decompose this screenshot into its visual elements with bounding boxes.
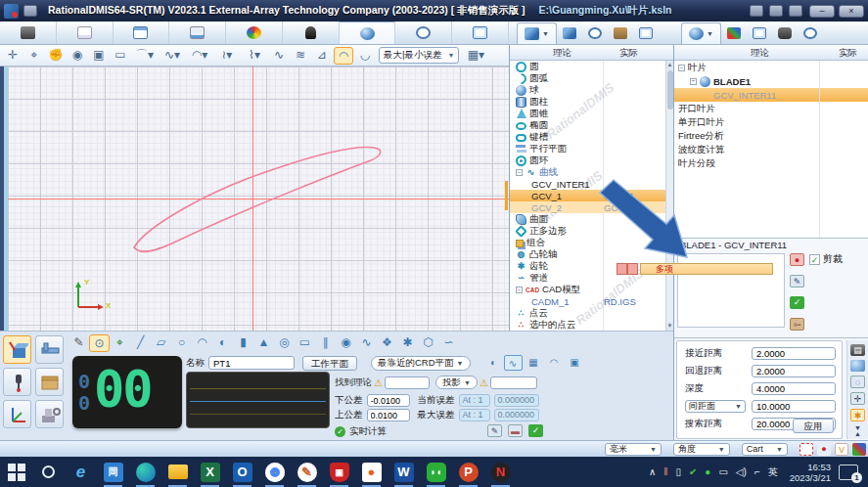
exit-icon[interactable]: ⇦ [790, 318, 804, 331]
cone-feature-icon[interactable]: ▲ [253, 334, 274, 352]
network-icon[interactable]: ⌐ [754, 466, 760, 477]
retract-distance-input[interactable] [752, 365, 836, 377]
select-box-icon[interactable]: ▣ [89, 47, 109, 65]
label-icon[interactable]: ▭ [111, 47, 130, 65]
search-button[interactable] [32, 457, 65, 487]
toolbox-button[interactable] [35, 368, 64, 396]
coordinate-feature-icon[interactable]: ⌖ [110, 334, 130, 352]
actual-column-header[interactable]: 实际 [619, 47, 638, 60]
ime-indicator[interactable]: 英 [768, 465, 778, 479]
controller-icon[interactable] [750, 5, 763, 17]
alarm-icon[interactable]: ● [817, 443, 831, 456]
wave-profile-1-icon[interactable]: ∿ [269, 47, 289, 65]
scan-curve-5-icon[interactable]: ⌇▾ [242, 47, 267, 65]
approach-distance-input[interactable] [752, 347, 836, 360]
tab-clock[interactable] [395, 22, 452, 44]
profile-view-icon[interactable]: ∿ [504, 355, 523, 371]
tree-item-cadm1[interactable]: CADM_1RD.IGS [510, 295, 665, 307]
tree-item-ellipse[interactable]: 椭圆 [510, 119, 665, 131]
tree-item-single-open-blade[interactable]: 单开口叶片 [674, 115, 868, 129]
table-view-icon[interactable]: ▦ [525, 355, 543, 371]
settings-gear-icon[interactable]: ✱ [850, 409, 865, 421]
tree-item-torus[interactable]: 圆环 [510, 155, 665, 166]
scroll-down-icon[interactable]: ▼ [666, 322, 673, 331]
plane-feature-icon[interactable]: ▱ [151, 334, 171, 352]
probe-button[interactable] [3, 368, 31, 396]
accept-icon[interactable]: ✓ [528, 424, 543, 437]
gear-feature-icon[interactable]: ✱ [397, 334, 418, 352]
tab-blade-sphere[interactable]: ▼ [681, 22, 721, 44]
tab-solid-cube[interactable]: ▼ [517, 22, 557, 44]
taskbar-explorer[interactable] [161, 457, 194, 487]
tab-print[interactable] [0, 22, 57, 44]
cylinder-feature-icon[interactable]: ▮ [233, 334, 253, 352]
feature-name-input[interactable] [208, 356, 295, 370]
probe-y-icon[interactable] [588, 27, 602, 39]
projection-dropdown[interactable]: 投影▼ [435, 376, 478, 389]
axes-icon[interactable] [727, 27, 741, 39]
theory-column-header[interactable]: 理论 [553, 47, 571, 60]
tab-ink[interactable] [283, 22, 340, 44]
tree-item-pointcloud-selected[interactable]: ∴选中的点云 [510, 319, 665, 331]
tree-item-blade-segment[interactable]: 叶片分段 [674, 156, 868, 170]
pitch-mode-dropdown[interactable]: 间距面▼ [685, 400, 746, 413]
pitch-input[interactable] [752, 400, 836, 413]
edit-probe-icon[interactable]: ✎ [69, 334, 89, 352]
print-icon[interactable]: ▤ [850, 344, 865, 356]
tree-item-slot[interactable]: 键槽 [510, 131, 665, 143]
taskbar-outlook[interactable]: O [226, 457, 258, 487]
minimize-button[interactable]: – [809, 5, 835, 18]
taskbar-clock[interactable]: 16:53 2023/3/21 [790, 462, 831, 483]
tree-item-curve[interactable]: −∿曲线 [510, 166, 665, 178]
tray-card-icon[interactable]: ▭ [718, 466, 727, 477]
projection-value-input[interactable] [490, 376, 537, 389]
tree-item-waviness[interactable]: 波纹度计算 [674, 143, 868, 156]
magnifier-icon[interactable]: ◌ [850, 376, 865, 388]
start-button[interactable] [0, 457, 32, 487]
curve-flip-icon[interactable]: ◡ [355, 47, 375, 65]
probe-icon[interactable]: ✛ [850, 392, 865, 405]
probe-angle-icon[interactable] [803, 27, 817, 39]
angle-dropdown[interactable]: 角度▼ [673, 443, 730, 456]
bounds-icon[interactable] [799, 443, 813, 456]
collapse-chevrons-icon[interactable]: ▼▲ [850, 425, 865, 437]
taskbar-design-app[interactable]: ✎ [291, 457, 323, 487]
parallel-planes-feature-icon[interactable]: ∥ [315, 334, 336, 352]
clip-checkbox[interactable]: ✓ 剪裁 [809, 252, 843, 266]
grid-settings-icon[interactable]: ▦▾ [463, 47, 488, 65]
tab-table[interactable] [114, 22, 170, 44]
caliper-button[interactable] [35, 335, 64, 364]
units-dropdown[interactable]: 毫米▼ [605, 443, 662, 456]
taskbar-edge[interactable] [129, 457, 161, 487]
polygon-feature-icon[interactable]: ⬡ [418, 334, 438, 352]
tree-item-circle[interactable]: 圆 [510, 61, 665, 72]
tab-sphere-active[interactable] [340, 22, 396, 44]
measure-mode-button[interactable] [3, 335, 31, 364]
scan-curve-4-icon[interactable]: ≀▾ [214, 47, 240, 65]
notification-icon[interactable]: 1 [839, 465, 858, 480]
feature-cube-icon[interactable] [563, 27, 576, 39]
torus-feature-icon[interactable]: ◉ [336, 334, 356, 352]
tree-item-firtree[interactable]: Firtree分析 [674, 129, 868, 143]
error-mode-dropdown[interactable]: 最大|最小误差 ▼ [379, 47, 459, 64]
report-screen-icon[interactable] [639, 27, 653, 39]
curve-feature-icon[interactable]: ∿ [356, 334, 377, 352]
collapse-icon[interactable]: − [516, 169, 523, 176]
taskbar-app-blue[interactable]: 岡 [97, 457, 129, 487]
slot-feature-icon[interactable]: ▭ [295, 334, 315, 352]
tab-colors[interactable] [226, 22, 283, 44]
tab-monitor[interactable] [452, 22, 509, 44]
tree-item-pointcloud[interactable]: ∴点云 [510, 307, 665, 319]
tray-usb-icon[interactable]: ▯ [675, 466, 681, 477]
graphics-viewport[interactable]: Y X [0, 66, 509, 331]
edit-section-icon[interactable]: ✎ [790, 275, 804, 288]
surface-feature-icon[interactable]: ❖ [377, 334, 397, 352]
view-eye-icon[interactable]: ◉ [68, 47, 87, 65]
cube-view-icon[interactable]: ▣ [566, 355, 584, 371]
collapse-icon[interactable]: − [690, 78, 697, 85]
pan-view-icon[interactable]: ✛ [3, 47, 23, 65]
apply-button[interactable]: 应用 [793, 419, 834, 433]
tree-item-arc[interactable]: 圆弧 [510, 72, 665, 84]
tree-item-sphere[interactable]: 球 [510, 84, 665, 96]
taskbar-dmis-app[interactable]: N [484, 457, 517, 487]
